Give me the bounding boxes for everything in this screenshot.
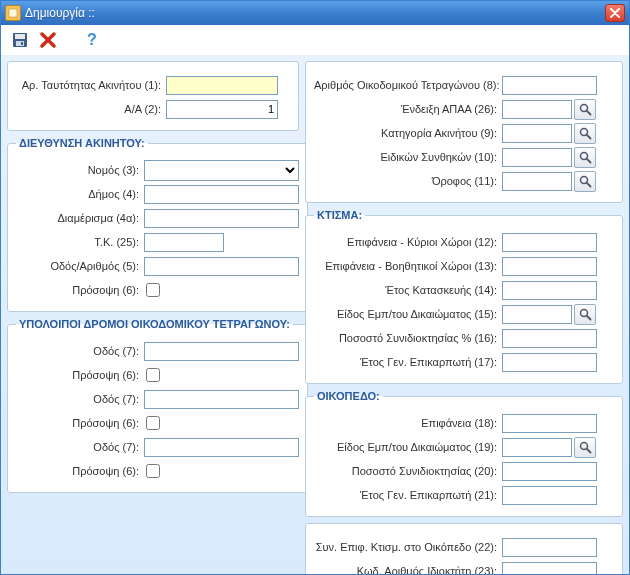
category-lookup-button[interactable] bbox=[574, 123, 596, 144]
svg-line-17 bbox=[587, 449, 591, 453]
tk-label: Τ.Κ. (25): bbox=[16, 236, 144, 248]
aa-input[interactable] bbox=[166, 100, 278, 119]
f20-input[interactable] bbox=[502, 462, 597, 481]
f17-label: Έτος Γεν. Επικαρπωτή (17): bbox=[314, 356, 502, 368]
f12-label: Επιφάνεια - Κύριοι Χώροι (12): bbox=[314, 236, 502, 248]
f20-label: Ποσοστό Συνιδιοκτησίας (20): bbox=[314, 465, 502, 477]
f19-lookup-button[interactable] bbox=[574, 437, 596, 458]
f12-input[interactable] bbox=[502, 233, 597, 252]
svg-line-11 bbox=[587, 159, 591, 163]
f14-label: Έτος Κατασκευής (14): bbox=[314, 284, 502, 296]
left-column: Αρ. Ταυτότητας Ακινήτου (1): Α/Α (2): ΔΙ… bbox=[7, 61, 299, 568]
f17-input[interactable] bbox=[502, 353, 597, 372]
apaa-input[interactable] bbox=[502, 100, 572, 119]
svg-line-13 bbox=[587, 183, 591, 187]
address-legend: ΔΙΕΥΘΥΝΣΗ ΑΚΙΝΗΤΟΥ: bbox=[16, 137, 148, 149]
oikopedo-group: ΟΙΚΟΠΕΔΟ: Επιφάνεια (18): Είδος Εμπ/του … bbox=[305, 390, 623, 517]
conditions-label: Ειδικών Συνθηκών (10): bbox=[314, 151, 502, 163]
prosopsi1-label: Πρόσοψη (6): bbox=[16, 369, 144, 381]
property-id-input[interactable] bbox=[166, 76, 278, 95]
tetragono-input[interactable] bbox=[502, 76, 597, 95]
help-button[interactable]: ? bbox=[81, 29, 103, 51]
property-id-label: Αρ. Ταυτότητας Ακινήτου (1): bbox=[16, 79, 166, 91]
svg-line-15 bbox=[587, 316, 591, 320]
apaa-label: Ένδειξη ΑΠΑΑ (26): bbox=[314, 103, 502, 115]
close-button[interactable] bbox=[605, 4, 625, 22]
floor-label: Όροφος (11): bbox=[314, 175, 502, 187]
svg-rect-0 bbox=[9, 9, 17, 17]
floor-lookup-button[interactable] bbox=[574, 171, 596, 192]
tetragono-label: Αριθμός Οικοδομικού Τετραγώνου (8): bbox=[314, 79, 502, 91]
odos1-label: Οδός (7): bbox=[16, 345, 144, 357]
svg-text:?: ? bbox=[87, 31, 97, 48]
help-icon: ? bbox=[83, 31, 101, 49]
tk-input[interactable] bbox=[144, 233, 224, 252]
f13-label: Επιφάνεια - Βοηθητικοί Χώροι (13): bbox=[314, 260, 502, 272]
odos3-input[interactable] bbox=[144, 438, 299, 457]
roads-legend: ΥΠΟΛΟΙΠΟΙ ΔΡΟΜΟΙ ΟΙΚΟΔΟΜΙΚΟΥ ΤΕΤΡΑΓΩΝΟΥ: bbox=[16, 318, 293, 330]
f15-label: Είδος Εμπ/του Δικαιώματος (15): bbox=[314, 308, 502, 320]
content: Αρ. Ταυτότητας Ακινήτου (1): Α/Α (2): ΔΙ… bbox=[1, 55, 629, 574]
window: Δημιουργία :: ? bbox=[0, 0, 630, 575]
f19-input[interactable] bbox=[502, 438, 572, 457]
f15-lookup-button[interactable] bbox=[574, 304, 596, 325]
titlebar: Δημιουργία :: bbox=[1, 1, 629, 25]
odos2-label: Οδός (7): bbox=[16, 393, 144, 405]
ktisma-legend: ΚΤΙΣΜΑ: bbox=[314, 209, 365, 221]
f18-label: Επιφάνεια (18): bbox=[314, 417, 502, 429]
right-column: Αριθμός Οικοδομικού Τετραγώνου (8): Ένδε… bbox=[305, 61, 623, 568]
prosopsi-checkbox[interactable] bbox=[146, 283, 160, 297]
diam-label: Διαμέρισμα (4α): bbox=[16, 212, 144, 224]
prosopsi1-checkbox[interactable] bbox=[146, 368, 160, 382]
search-icon bbox=[579, 127, 592, 140]
search-icon bbox=[579, 308, 592, 321]
identity-group: Αρ. Ταυτότητας Ακινήτου (1): Α/Α (2): bbox=[7, 61, 299, 131]
f22-input[interactable] bbox=[502, 538, 597, 557]
category-input[interactable] bbox=[502, 124, 572, 143]
window-title: Δημιουργία :: bbox=[25, 6, 605, 20]
f22-label: Συν. Επιφ. Κτισμ. στο Οικόπεδο (22): bbox=[314, 541, 502, 553]
f23-input[interactable] bbox=[502, 562, 597, 575]
delete-button[interactable] bbox=[37, 29, 59, 51]
diam-input[interactable] bbox=[144, 209, 299, 228]
delete-icon bbox=[39, 31, 57, 49]
nomos-label: Νομός (3): bbox=[16, 164, 144, 176]
dimos-input[interactable] bbox=[144, 185, 299, 204]
prosopsi3-label: Πρόσοψη (6): bbox=[16, 465, 144, 477]
nomos-select[interactable] bbox=[144, 160, 299, 181]
f19-label: Είδος Εμπ/του Δικαιώματος (19): bbox=[314, 441, 502, 453]
address-group: ΔΙΕΥΘΥΝΣΗ ΑΚΙΝΗΤΟΥ: Νομός (3): Δήμος (4)… bbox=[7, 137, 308, 312]
f18-input[interactable] bbox=[502, 414, 597, 433]
aa-label: Α/Α (2): bbox=[16, 103, 166, 115]
conditions-lookup-button[interactable] bbox=[574, 147, 596, 168]
odos2-input[interactable] bbox=[144, 390, 299, 409]
floor-input[interactable] bbox=[502, 172, 572, 191]
prosopsi3-checkbox[interactable] bbox=[146, 464, 160, 478]
f21-input[interactable] bbox=[502, 486, 597, 505]
odos-input[interactable] bbox=[144, 257, 299, 276]
f21-label: Έτος Γεν. Επικαρπωτή (21): bbox=[314, 489, 502, 501]
svg-rect-4 bbox=[21, 42, 23, 45]
save-button[interactable] bbox=[9, 29, 31, 51]
block-group: Αριθμός Οικοδομικού Τετραγώνου (8): Ένδε… bbox=[305, 61, 623, 203]
apaa-lookup-button[interactable] bbox=[574, 99, 596, 120]
f13-input[interactable] bbox=[502, 257, 597, 276]
svg-line-9 bbox=[587, 135, 591, 139]
svg-line-7 bbox=[587, 111, 591, 115]
category-label: Κατηγορία Ακινήτου (9): bbox=[314, 127, 502, 139]
save-icon bbox=[11, 31, 29, 49]
search-icon bbox=[579, 175, 592, 188]
odos1-input[interactable] bbox=[144, 342, 299, 361]
f14-input[interactable] bbox=[502, 281, 597, 300]
prosopsi2-label: Πρόσοψη (6): bbox=[16, 417, 144, 429]
bottom-group: Συν. Επιφ. Κτισμ. στο Οικόπεδο (22): Κωδ… bbox=[305, 523, 623, 574]
prosopsi2-checkbox[interactable] bbox=[146, 416, 160, 430]
f16-input[interactable] bbox=[502, 329, 597, 348]
f16-label: Ποσοστό Συνιδιοκτησίας % (16): bbox=[314, 332, 502, 344]
odos3-label: Οδός (7): bbox=[16, 441, 144, 453]
conditions-input[interactable] bbox=[502, 148, 572, 167]
prosopsi-label: Πρόσοψη (6): bbox=[16, 284, 144, 296]
search-icon bbox=[579, 441, 592, 454]
svg-rect-2 bbox=[15, 34, 25, 39]
f15-input[interactable] bbox=[502, 305, 572, 324]
